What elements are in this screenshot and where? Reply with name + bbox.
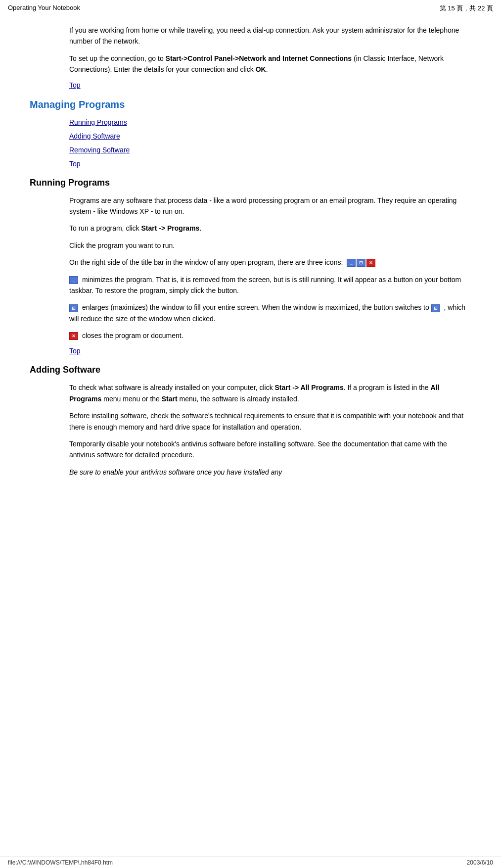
adding-para1-mid: . If a program is listed in the [344, 384, 431, 391]
adding-para4-italic: Be sure to enable your antivirus softwar… [69, 468, 282, 476]
adding-para1-mid2: menu menu or the [101, 395, 161, 403]
adding-software-section: To check what software is already instal… [30, 382, 471, 478]
intro-para2-ok: OK [256, 65, 266, 73]
maximize-inline-icon: ⊡ [69, 304, 78, 312]
link-running-programs[interactable]: Running Programs [69, 118, 471, 126]
header-title: Operating Your Notebook [8, 4, 80, 13]
adding-para4: Be sure to enable your antivirus softwar… [69, 467, 471, 478]
adding-para1-bold1: Start -> All Programs [275, 384, 344, 391]
intro-section: If you are working from home or while tr… [30, 25, 471, 89]
close-inline-icon: ✕ [69, 332, 78, 340]
running-para4: On the right side of the title bar in th… [69, 257, 471, 268]
intro-para2: To set up the connection, go to Start->C… [69, 53, 471, 75]
adding-para1-bold3: Start [162, 395, 178, 403]
link-removing-software[interactable]: Removing Software [69, 146, 471, 154]
minimize-icon: _ [347, 259, 356, 267]
managing-programs-links: Running Programs Adding Software Removin… [30, 118, 471, 168]
window-icons-bar: _ ⊡ ✕ [347, 259, 375, 267]
intro-para2-end: . [266, 65, 268, 73]
running-para2: To run a program, click Start -> Program… [69, 223, 471, 234]
adding-para1-prefix: To check what software is already instal… [69, 384, 275, 391]
managing-programs-top-link[interactable]: Top [69, 160, 471, 168]
adding-para2: Before installing software, check the so… [69, 410, 471, 433]
close-desc: ✕ closes the program or document. [69, 330, 471, 341]
minimize-inline-icon: _ [69, 276, 78, 284]
page-header: Operating Your Notebook 第 15 頁，共 22 頁 [0, 0, 501, 15]
adding-para1: To check what software is already instal… [69, 382, 471, 404]
adding-software-heading: Adding Software [30, 365, 471, 375]
managing-programs-heading: Managing Programs [30, 99, 471, 110]
maximize-desc: ⊡ enlarges (maximizes) the window to fil… [69, 302, 471, 324]
running-programs-heading: Running Programs [30, 178, 471, 188]
footer-file-path: file:///C:\WINDOWS\TEMP\.hh84F0.htm [8, 859, 113, 866]
running-programs-section: Programs are any software that process d… [30, 195, 471, 355]
minimize-desc-text: minimizes the program. That is, it is re… [69, 276, 461, 294]
minimize-desc: _ minimizes the program. That is, it is … [69, 274, 471, 296]
footer-date: 2003/6/10 [467, 859, 493, 866]
running-para2-bold: Start -> Programs [141, 224, 200, 232]
running-para2-prefix: To run a program, click [69, 224, 141, 232]
running-para3: Click the program you want to run. [69, 240, 471, 251]
adding-para3: Temporarily disable your notebook's anti… [69, 438, 471, 461]
close-desc-text: closes the program or document. [82, 332, 183, 339]
adding-para1-end: menu, the software is already installed. [178, 395, 299, 403]
intro-top-link[interactable]: Top [69, 81, 471, 89]
page-footer: file:///C:\WINDOWS\TEMP\.hh84F0.htm 2003… [0, 857, 501, 868]
maximize-icon: ⊡ [357, 259, 365, 267]
restore-inline-icon: ⊡ [431, 304, 440, 312]
header-page-info: 第 15 頁，共 22 頁 [440, 4, 493, 13]
running-para1: Programs are any software that process d… [69, 195, 471, 217]
intro-para2-bold: Start->Control Panel->Network and Intern… [166, 54, 352, 62]
intro-para2-prefix: To set up the connection, go to [69, 54, 166, 62]
intro-para1: If you are working from home or while tr… [69, 25, 471, 47]
maximize-desc-text: enlarges (maximizes) the window to fill … [82, 303, 429, 311]
running-programs-top-link[interactable]: Top [69, 347, 471, 355]
link-adding-software[interactable]: Adding Software [69, 132, 471, 140]
running-para4-text: On the right side of the title bar in th… [69, 258, 343, 266]
close-icon: ✕ [366, 259, 375, 267]
running-para2-end: . [199, 224, 201, 232]
main-content: If you are working from home or while tr… [0, 15, 501, 503]
